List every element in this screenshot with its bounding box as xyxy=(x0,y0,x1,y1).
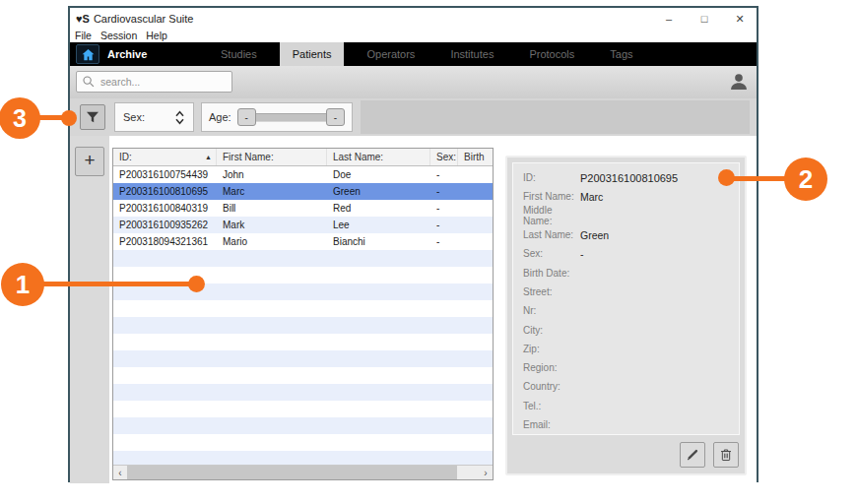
chevron-up-icon xyxy=(174,110,185,117)
cell-id: P200316100810695 xyxy=(113,186,217,197)
window-controls: – □ ✕ xyxy=(662,12,747,26)
column-header-last-name[interactable]: Last Name: xyxy=(327,149,430,165)
column-header-id-label: ID: xyxy=(119,152,132,162)
table-header: ID: ▲ First Name: Last Name: Sex: Birth xyxy=(113,149,493,166)
menu-session[interactable]: Session xyxy=(100,30,137,41)
cell-sex: - xyxy=(430,236,458,247)
tab-tags[interactable]: Tags xyxy=(597,42,645,66)
add-patient-button[interactable]: + xyxy=(75,147,104,176)
detail-label-city: City: xyxy=(523,325,580,336)
chevron-down-icon xyxy=(174,118,185,125)
detail-label-sex: Sex: xyxy=(523,248,580,259)
age-min-handle[interactable]: - xyxy=(237,108,256,126)
tab-institutes[interactable]: Institutes xyxy=(437,42,506,66)
detail-label-street: Street: xyxy=(523,286,580,297)
callout-3-badge: 3 xyxy=(0,97,40,139)
cell-last-name: Bianchi xyxy=(327,236,430,247)
tab-patients[interactable]: Patients xyxy=(280,42,345,66)
table-row[interactable]: P200316100754439 John Doe - xyxy=(113,166,493,183)
tab-protocols[interactable]: Protocols xyxy=(516,42,587,66)
cell-sex: - xyxy=(430,203,458,214)
callout-1-dot xyxy=(188,276,205,292)
detail-label-birth-date: Birth Date: xyxy=(523,268,580,279)
detail-actions xyxy=(680,442,739,468)
minimize-button[interactable]: – xyxy=(662,12,676,26)
callout-1-line xyxy=(23,282,198,286)
window-title: Cardiovascular Suite xyxy=(94,13,662,25)
side-strip xyxy=(70,136,109,483)
home-button[interactable] xyxy=(76,44,99,64)
table-row[interactable]: P200318094321361 Mario Bianchi - xyxy=(113,233,493,250)
cell-sex: - xyxy=(430,186,458,197)
detail-label-tel: Tel.: xyxy=(523,401,580,411)
detail-label-middle-name: Middle Name: xyxy=(523,205,580,226)
table-row[interactable]: P200316100840319 Bill Red - xyxy=(113,200,493,217)
tab-strip: Studies Patients Operators Institutes Pr… xyxy=(208,42,646,66)
maximize-button[interactable]: □ xyxy=(697,12,711,26)
detail-value-last-name: Green xyxy=(580,229,609,241)
patient-details-panel: ID:P200316100810695 First Name:Marc Midd… xyxy=(505,156,747,475)
detail-label-zip: Zip: xyxy=(523,344,580,354)
table-row-selected[interactable]: P200316100810695 Marc Green - xyxy=(113,183,493,200)
cell-id: P200316100754439 xyxy=(113,169,217,180)
cell-last-name: Doe xyxy=(327,169,430,180)
cell-sex: - xyxy=(430,220,458,230)
search-box[interactable] xyxy=(76,71,232,93)
horizontal-scrollbar[interactable]: ‹ › xyxy=(113,465,493,479)
detail-label-region: Region: xyxy=(523,362,580,373)
detail-value-first-name: Marc xyxy=(580,191,603,203)
delete-patient-button[interactable] xyxy=(713,442,739,468)
scroll-right-icon[interactable]: › xyxy=(479,466,493,479)
search-input[interactable] xyxy=(100,76,227,88)
scrollbar-track[interactable] xyxy=(457,466,479,479)
nav-bar: Archive Studies Patients Operators Insti… xyxy=(70,42,757,66)
search-icon xyxy=(82,75,96,89)
detail-value-id: P200316100810695 xyxy=(580,172,678,184)
sex-filter[interactable]: Sex: xyxy=(114,102,194,132)
age-range-track[interactable] xyxy=(256,113,326,122)
age-filter: Age: - - xyxy=(201,102,353,132)
sort-ascending-icon: ▲ xyxy=(205,154,212,160)
column-header-first-name[interactable]: First Name: xyxy=(217,149,327,165)
app-logo-icon: ♥S xyxy=(76,13,90,25)
scroll-left-icon[interactable]: ‹ xyxy=(113,466,127,479)
menu-help[interactable]: Help xyxy=(146,30,167,41)
callout-1-badge: 1 xyxy=(1,263,44,306)
column-header-sex[interactable]: Sex: xyxy=(430,149,458,165)
filter-funnel-icon xyxy=(85,109,100,125)
cell-first-name: Marc xyxy=(217,186,327,197)
tab-operators[interactable]: Operators xyxy=(354,42,428,66)
user-icon[interactable] xyxy=(729,72,749,92)
nav-home-label: Archive xyxy=(107,48,147,60)
edit-patient-button[interactable] xyxy=(680,442,705,468)
title-bar: ♥S Cardiovascular Suite – □ ✕ xyxy=(70,8,757,29)
tab-studies[interactable]: Studies xyxy=(208,42,270,66)
cell-last-name: Green xyxy=(327,186,430,197)
age-filter-label: Age: xyxy=(209,111,231,123)
cell-first-name: Mark xyxy=(217,220,327,230)
detail-label-nr: Nr: xyxy=(523,305,580,316)
scrollbar-thumb[interactable] xyxy=(127,466,457,479)
trash-icon xyxy=(718,447,734,463)
detail-value-sex: - xyxy=(580,248,584,260)
column-header-birth[interactable]: Birth xyxy=(458,149,494,165)
callout-3-dot xyxy=(61,110,77,126)
detail-label-first-name: First Name: xyxy=(523,191,580,202)
patients-table: ID: ▲ First Name: Last Name: Sex: Birth … xyxy=(112,148,494,480)
content-area: + ID: ▲ First Name: Last Name: Sex: Birt… xyxy=(70,136,757,483)
sex-filter-spinner[interactable] xyxy=(174,110,185,125)
cell-first-name: Bill xyxy=(217,203,327,214)
menu-bar: File Session Help xyxy=(70,29,757,42)
age-max-handle[interactable]: - xyxy=(326,108,345,126)
table-row[interactable]: P200316100935262 Mark Lee - xyxy=(113,217,493,233)
filter-bar: Sex: Age: - - xyxy=(70,98,757,136)
column-header-id[interactable]: ID: ▲ xyxy=(113,149,217,165)
search-toolbar xyxy=(70,66,757,98)
detail-label-country: Country: xyxy=(523,381,580,392)
detail-label-email: Email: xyxy=(523,419,580,430)
menu-file[interactable]: File xyxy=(75,30,92,41)
filter-button[interactable] xyxy=(80,104,105,130)
close-button[interactable]: ✕ xyxy=(733,12,747,26)
page: ♥S Cardiovascular Suite – □ ✕ File Sessi… xyxy=(0,0,857,504)
home-icon xyxy=(81,47,96,62)
